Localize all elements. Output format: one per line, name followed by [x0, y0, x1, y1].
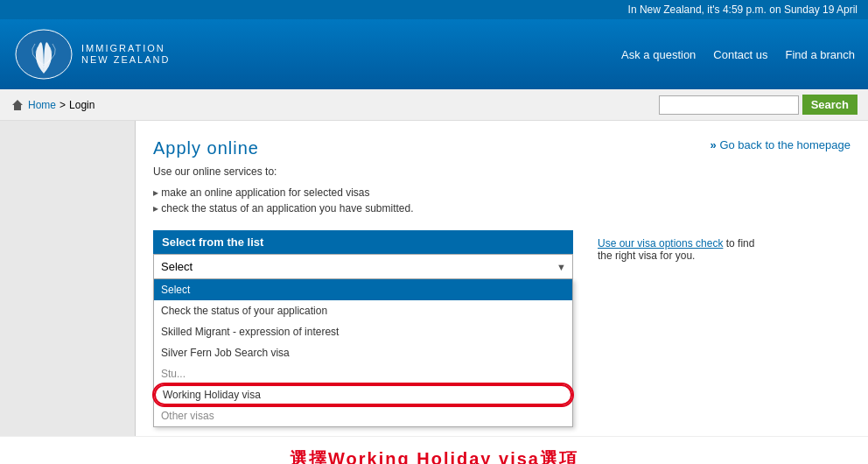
bullet-item-2: check the status of an application you h… — [153, 200, 850, 216]
main-container: Go back to the homepage Apply online Use… — [0, 121, 868, 436]
back-link[interactable]: Go back to the homepage — [710, 138, 850, 151]
header: IMMIGRATION NEW ZEALAND Ask a question C… — [0, 19, 868, 89]
visa-check-link[interactable]: Use our visa options check — [598, 237, 723, 250]
dropdown-item-whv-wrapper: Working Holiday visa — [154, 384, 572, 405]
home-icon — [10, 98, 24, 112]
select-label: Select from the list — [153, 230, 573, 254]
top-bar: In New Zealand, it's 4:59 p.m. on Sunday… — [0, 0, 868, 19]
subtitle: Use our online services to: — [153, 165, 850, 178]
dropdown-item-select[interactable]: Select — [154, 279, 572, 300]
sidebar — [0, 121, 136, 436]
nav-bar: Home > Login Search — [0, 89, 868, 121]
search-button[interactable]: Search — [802, 95, 858, 115]
content-area: Go back to the homepage Apply online Use… — [136, 121, 868, 436]
visa-select[interactable]: Select — [153, 254, 573, 279]
bullet-item-1: make an online application for selected … — [153, 185, 850, 200]
annotation: 選擇Working Holiday visa選項 — [0, 436, 868, 464]
contact-us-link[interactable]: Contact us — [713, 48, 767, 61]
breadcrumb-current: Login — [69, 99, 94, 111]
find-branch-link[interactable]: Find a branch — [786, 48, 856, 61]
breadcrumb: Home > Login — [10, 98, 94, 112]
dropdown-item-status[interactable]: Check the status of your application — [154, 300, 572, 321]
home-link[interactable]: Home — [28, 99, 56, 111]
svg-point-0 — [16, 30, 72, 79]
dropdown-item-skilled[interactable]: Skilled Migrant - expression of interest — [154, 321, 572, 342]
logo-text: IMMIGRATION NEW ZEALAND — [81, 43, 170, 66]
fern-icon — [13, 28, 74, 81]
logo-area: IMMIGRATION NEW ZEALAND — [13, 28, 170, 81]
dropdown-item-whv[interactable]: Working Holiday visa — [154, 384, 572, 405]
dropdown-item-other[interactable]: Other visas — [154, 405, 572, 426]
dropdown-item-student[interactable]: Stu... — [154, 363, 572, 384]
select-box-wrapper: Select ▼ Select Check the status of your… — [153, 254, 573, 279]
visa-check-box: Use our visa options check to find the r… — [591, 230, 766, 269]
dropdown-item-silver-fern[interactable]: Silver Fern Job Search visa — [154, 342, 572, 363]
breadcrumb-separator: > — [60, 99, 66, 111]
select-container: Select from the list Select ▼ Select Che… — [153, 230, 573, 279]
search-area: Search — [659, 95, 858, 115]
header-nav: Ask a question Contact us Find a branch — [621, 48, 855, 61]
dropdown-menu: Select Check the status of your applicat… — [153, 279, 573, 427]
search-input[interactable] — [659, 95, 799, 115]
bullet-list: make an online application for selected … — [153, 185, 850, 216]
top-bar-text: In New Zealand, it's 4:59 p.m. on Sunday… — [628, 4, 858, 16]
ask-question-link[interactable]: Ask a question — [621, 48, 696, 61]
select-section: Select from the list Select ▼ Select Che… — [153, 230, 850, 279]
